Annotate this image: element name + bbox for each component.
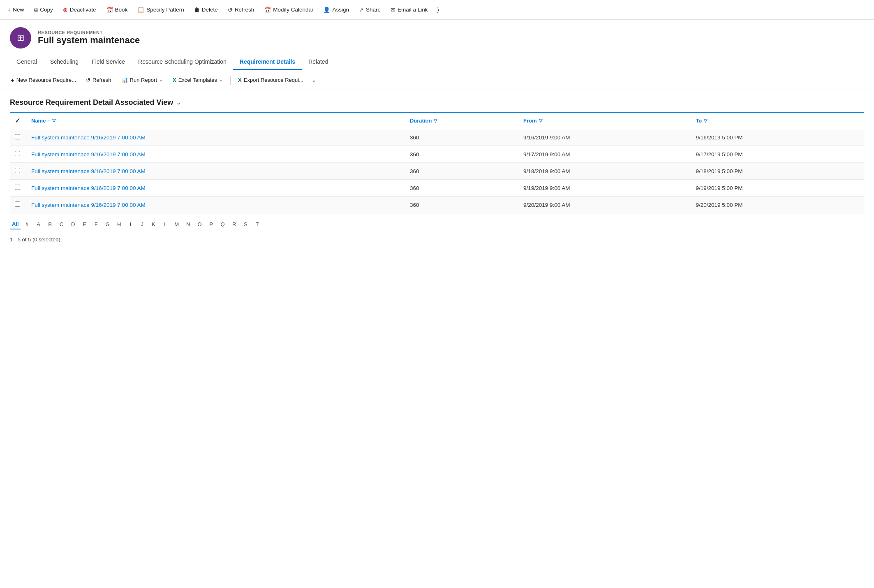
table-header-row: ✓ Name ↑ ▽ Duration ▽ <box>10 112 864 129</box>
alpha-btn-f[interactable]: F <box>91 220 102 229</box>
record-avatar: ⊞ <box>10 27 31 49</box>
status-bar: 1 - 5 of 5 (0 selected) <box>0 233 874 246</box>
row-name-link-4[interactable]: Full system maintenace 9/16/2019 7:00:00… <box>31 202 146 208</box>
run-report-button[interactable]: 📊 Run Report ⌄ <box>117 75 167 85</box>
select-all-header[interactable]: ✓ <box>10 112 26 129</box>
name-filter-icon[interactable]: ▽ <box>52 118 55 123</box>
duration-filter-icon[interactable]: ▽ <box>434 118 437 123</box>
alpha-btn-all[interactable]: All <box>10 219 21 229</box>
record-name: Full system maintenace <box>38 35 140 46</box>
alpha-btn-c[interactable]: C <box>56 220 67 229</box>
view-title-chevron-icon[interactable]: ⌄ <box>176 100 181 106</box>
tab-related[interactable]: Related <box>302 54 335 70</box>
alpha-btn-r[interactable]: R <box>229 220 240 229</box>
copy-button[interactable]: ⧉ Copy <box>30 4 57 16</box>
more-button[interactable]: ⟩ <box>434 4 442 16</box>
new-icon: + <box>7 7 11 13</box>
deactivate-icon: ⊗ <box>63 7 68 13</box>
assign-icon: 👤 <box>323 7 330 13</box>
row-duration-cell-2: 360 <box>405 163 518 180</box>
tab-scheduling[interactable]: Scheduling <box>44 54 85 70</box>
row-name-link-3[interactable]: Full system maintenace 9/16/2019 7:00:00… <box>31 185 146 191</box>
table-row: Full system maintenace 9/16/2019 7:00:00… <box>10 197 864 213</box>
record-header: ⊞ RESOURCE REQUIREMENT Full system maint… <box>0 20 874 54</box>
excel-templates-button[interactable]: X Excel Templates ⌄ <box>169 75 227 85</box>
row-checkbox-1[interactable] <box>10 146 26 163</box>
deactivate-button[interactable]: ⊗ Deactivate <box>59 4 100 16</box>
alpha-btn-o[interactable]: O <box>194 220 205 229</box>
alpha-btn-l[interactable]: L <box>160 220 171 229</box>
row-name-link-0[interactable]: Full system maintenace 9/16/2019 7:00:00… <box>31 134 146 141</box>
tab-general[interactable]: General <box>10 54 44 70</box>
row-duration-cell-4: 360 <box>405 197 518 213</box>
from-filter-icon[interactable]: ▽ <box>539 118 542 123</box>
alpha-btn-p[interactable]: P <box>206 220 217 229</box>
row-to-cell-2: 9/18/2019 5:00 PM <box>691 163 864 180</box>
share-icon: ↗ <box>359 7 364 13</box>
alpha-btn-k[interactable]: K <box>148 220 159 229</box>
sub-separator <box>230 76 231 85</box>
alpha-btn-q[interactable]: Q <box>217 220 228 229</box>
row-name-link-2[interactable]: Full system maintenace 9/16/2019 7:00:00… <box>31 168 146 174</box>
alpha-btn-j[interactable]: J <box>137 220 148 229</box>
from-column-header: From ▽ <box>518 112 691 129</box>
new-resource-require-button[interactable]: + New Resource Require... <box>7 74 80 86</box>
row-checkbox-4[interactable] <box>10 197 26 213</box>
modify-calendar-icon: 📅 <box>264 7 271 13</box>
email-icon: ✉ <box>391 7 395 13</box>
alpha-btn-#[interactable]: # <box>22 220 32 229</box>
alpha-btn-i[interactable]: I <box>125 220 136 229</box>
alpha-btn-t[interactable]: T <box>252 220 263 229</box>
row-from-cell-0: 9/16/2019 9:00 AM <box>518 129 691 146</box>
alpha-btn-s[interactable]: S <box>240 220 251 229</box>
table-row: Full system maintenace 9/16/2019 7:00:00… <box>10 180 864 197</box>
table-row: Full system maintenace 9/16/2019 7:00:00… <box>10 146 864 163</box>
alpha-btn-e[interactable]: E <box>79 220 90 229</box>
row-duration-cell-3: 360 <box>405 180 518 197</box>
export-icon: X <box>238 77 242 83</box>
tab-rso[interactable]: Resource Scheduling Optimization <box>132 54 233 70</box>
row-to-cell-0: 9/16/2019 5:00 PM <box>691 129 864 146</box>
email-link-button[interactable]: ✉ Email a Link <box>386 4 432 16</box>
export-button[interactable]: X Export Resource Requi... <box>234 75 308 85</box>
refresh-icon: ↺ <box>228 7 233 13</box>
row-checkbox-2[interactable] <box>10 163 26 180</box>
run-report-icon: 📊 <box>121 77 128 83</box>
row-from-cell-3: 9/19/2019 9:00 AM <box>518 180 691 197</box>
alpha-btn-d[interactable]: D <box>68 220 79 229</box>
assign-button[interactable]: 👤 Assign <box>319 4 353 16</box>
name-sort-icon[interactable]: ↑ <box>48 118 50 123</box>
to-filter-icon[interactable]: ▽ <box>704 118 707 123</box>
row-duration-cell-0: 360 <box>405 129 518 146</box>
specify-pattern-button[interactable]: 📋 Specify Pattern <box>133 4 188 16</box>
row-checkbox-3[interactable] <box>10 180 26 197</box>
alpha-btn-n[interactable]: N <box>183 220 194 229</box>
modify-calendar-button[interactable]: 📅 Modify Calendar <box>260 4 317 16</box>
refresh-button[interactable]: ↺ Refresh <box>224 4 258 16</box>
row-to-cell-4: 9/20/2019 5:00 PM <box>691 197 864 213</box>
book-icon: 📅 <box>106 7 113 13</box>
checkmark-icon: ✓ <box>15 117 20 124</box>
run-report-chevron-icon: ⌄ <box>159 77 163 83</box>
share-button[interactable]: ↗ Share <box>355 4 385 16</box>
row-name-link-1[interactable]: Full system maintenace 9/16/2019 7:00:00… <box>31 151 146 157</box>
delete-icon: 🗑 <box>194 7 200 13</box>
alpha-btn-b[interactable]: B <box>45 220 55 229</box>
tab-field-service[interactable]: Field Service <box>85 54 132 70</box>
duration-column-header: Duration ▽ <box>405 112 518 129</box>
alpha-btn-h[interactable]: H <box>114 220 125 229</box>
view-title: Resource Requirement Detail Associated V… <box>10 98 173 107</box>
export-chevron-button[interactable]: ⌄ <box>309 75 319 85</box>
alpha-btn-m[interactable]: M <box>171 220 182 229</box>
alpha-btn-a[interactable]: A <box>33 220 44 229</box>
sub-refresh-button[interactable]: ↺ Refresh <box>82 75 116 85</box>
main-toolbar: + New ⧉ Copy ⊗ Deactivate 📅 Book 📋 Speci… <box>0 0 874 20</box>
alpha-btn-g[interactable]: G <box>102 220 113 229</box>
new-button[interactable]: + New <box>3 4 28 16</box>
tab-requirement-details[interactable]: Requirement Details <box>233 54 302 70</box>
row-checkbox-0[interactable] <box>10 129 26 146</box>
table-row: Full system maintenace 9/16/2019 7:00:00… <box>10 129 864 146</box>
book-button[interactable]: 📅 Book <box>102 4 132 16</box>
delete-button[interactable]: 🗑 Delete <box>190 4 222 16</box>
record-info: RESOURCE REQUIREMENT Full system mainten… <box>38 30 140 46</box>
